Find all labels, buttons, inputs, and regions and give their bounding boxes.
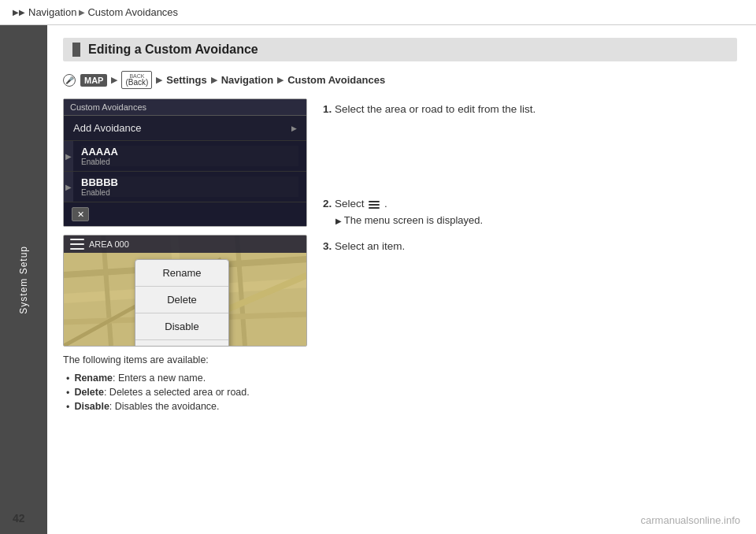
custom-avoidances-link: Custom Avoidances (287, 74, 385, 86)
sidebar-label: System Setup (18, 246, 29, 314)
bullet-rename: • Rename: Enters a new name. (66, 373, 307, 384)
step1-num: 1. (323, 103, 332, 115)
delete-option[interactable]: Delete (135, 287, 228, 313)
left-column: Custom Avoidances Add Avoidance ▶ AAAAA … (63, 98, 307, 415)
step1-text: Select the area or road to edit from the… (335, 103, 536, 115)
item1-status: Enabled (81, 158, 298, 166)
step-1: 1. Select the area or road to edit from … (323, 102, 737, 117)
map-header: AREA 000 (64, 235, 306, 253)
map-button[interactable]: MAP (80, 74, 107, 87)
breadcrumb-custom-avoidances: Custom Avoidances (87, 6, 178, 18)
watermark: carmanualsonline.info (641, 514, 740, 526)
step2-period: . (384, 198, 387, 210)
map-area-label: AREA 000 (89, 239, 129, 249)
main-content: Editing a Custom Avoidance 🎤 MAP ▶ BACK … (47, 25, 756, 534)
section-header: Editing a Custom Avoidance (63, 38, 737, 61)
item2-status: Enabled (81, 188, 298, 197)
step3-num: 3. (323, 240, 332, 252)
nav-path: 🎤 MAP ▶ BACK (Back) ▶ Settings ▶ Navigat… (63, 71, 737, 89)
navigation-link: Navigation (221, 74, 273, 86)
bullet-disable: • Disable: Disables the avoidance. (66, 401, 307, 413)
step-2: 2. Select . The menu screen is displayed… (323, 196, 737, 228)
step3-text: Select an item. (335, 240, 405, 252)
map-menu-icon[interactable] (70, 239, 84, 250)
step2-num: 2. (323, 198, 332, 210)
sidebar: System Setup (0, 25, 47, 534)
back-text: (Back) (125, 79, 148, 87)
nav-arrow-1: ▶ (111, 75, 117, 85)
bullet-delete: • Delete: Deletes a selected area or roa… (66, 387, 307, 399)
bullet-list: • Rename: Enters a new name. • Delete: D… (63, 373, 307, 413)
delete-icon[interactable]: ✕ (72, 207, 89, 221)
mic-icon: 🎤 (63, 74, 76, 87)
item1-name: AAAAA (81, 146, 298, 158)
breadcrumb-arrow-1: ▶ (79, 8, 85, 17)
rename-option[interactable]: Rename (135, 260, 228, 287)
delete-bar: ✕ (64, 202, 306, 226)
nav-arrow-2: ▶ (156, 75, 162, 85)
page-number: 42 (13, 512, 25, 525)
breadcrumb-bar: ▶▶ Navigation ▶ Custom Avoidances (0, 0, 756, 25)
section-title: Editing a Custom Avoidance (88, 43, 258, 57)
cancel-option[interactable]: Cancel (135, 340, 228, 346)
disable-option[interactable]: Disable (135, 313, 228, 340)
caption-intro: The following items are available: (63, 353, 307, 368)
map-area: AREA 000 Rename Delete Disable Cancel (64, 235, 306, 346)
inline-menu-icon (369, 201, 380, 209)
context-menu: Rename Delete Disable Cancel (135, 259, 229, 346)
screen-bottom-mockup: AREA 000 Rename Delete Disable Cancel (63, 235, 307, 347)
double-arrow-icon: ▶▶ (13, 8, 25, 17)
item2-name: BBBBB (81, 176, 298, 188)
nav-arrow-4: ▶ (277, 75, 284, 85)
right-column: 1. Select the area or road to edit from … (323, 98, 737, 415)
step-3: 3. Select an item. (323, 239, 737, 254)
back-button[interactable]: BACK (Back) (121, 71, 152, 89)
settings-link: Settings (166, 74, 206, 86)
step2-text: Select (335, 198, 367, 210)
breadcrumb-navigation: Navigation (28, 6, 76, 18)
step2-sub: The menu screen is displayed. (335, 213, 737, 228)
screen-top-mockup: Custom Avoidances Add Avoidance ▶ AAAAA … (63, 98, 307, 227)
section-marker (72, 43, 80, 57)
nav-arrow-3: ▶ (211, 75, 217, 85)
add-avoidance-item[interactable]: Add Avoidance (64, 116, 306, 141)
screen-header: Custom Avoidances (64, 99, 306, 116)
content-columns: Custom Avoidances Add Avoidance ▶ AAAAA … (63, 98, 737, 415)
